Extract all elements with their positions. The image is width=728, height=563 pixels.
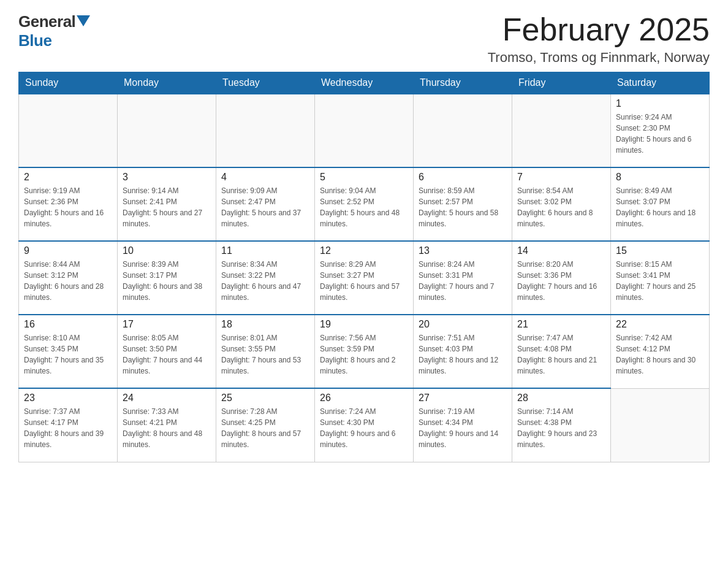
table-cell: 16Sunrise: 8:10 AMSunset: 3:45 PMDayligh… xyxy=(19,315,118,388)
logo-general-text: General xyxy=(18,12,75,31)
day-info: Sunrise: 8:59 AMSunset: 2:57 PMDaylight:… xyxy=(419,185,507,229)
table-cell: 8Sunrise: 8:49 AMSunset: 3:07 PMDaylight… xyxy=(611,167,710,241)
day-number: 24 xyxy=(123,393,211,404)
day-number: 15 xyxy=(616,245,704,256)
day-number: 11 xyxy=(221,245,309,256)
day-info: Sunrise: 7:51 AMSunset: 4:03 PMDaylight:… xyxy=(419,332,507,377)
day-number: 5 xyxy=(320,172,408,183)
week-row-2: 2Sunrise: 9:19 AMSunset: 2:36 PMDaylight… xyxy=(19,167,710,241)
day-number: 1 xyxy=(616,98,704,109)
page-header: General Blue February 2025 Tromso, Troms… xyxy=(18,12,710,66)
table-cell: 6Sunrise: 8:59 AMSunset: 2:57 PMDaylight… xyxy=(414,167,512,241)
table-cell: 23Sunrise: 7:37 AMSunset: 4:17 PMDayligh… xyxy=(19,388,118,462)
day-number: 9 xyxy=(24,245,112,256)
day-number: 16 xyxy=(24,319,112,330)
col-wednesday: Wednesday xyxy=(315,72,414,94)
day-info: Sunrise: 8:29 AMSunset: 3:27 PMDaylight:… xyxy=(320,259,408,303)
day-info: Sunrise: 8:10 AMSunset: 3:45 PMDaylight:… xyxy=(24,332,112,377)
day-info: Sunrise: 8:05 AMSunset: 3:50 PMDaylight:… xyxy=(123,332,211,377)
table-cell: 25Sunrise: 7:28 AMSunset: 4:25 PMDayligh… xyxy=(216,388,315,462)
table-cell xyxy=(118,94,216,167)
day-number: 10 xyxy=(123,245,211,256)
svg-marker-0 xyxy=(77,15,90,26)
table-cell: 15Sunrise: 8:15 AMSunset: 3:41 PMDayligh… xyxy=(611,241,710,315)
table-cell xyxy=(19,94,118,167)
day-info: Sunrise: 8:49 AMSunset: 3:07 PMDaylight:… xyxy=(616,185,704,229)
table-cell: 17Sunrise: 8:05 AMSunset: 3:50 PMDayligh… xyxy=(118,315,216,388)
table-cell: 27Sunrise: 7:19 AMSunset: 4:34 PMDayligh… xyxy=(414,388,512,462)
table-cell: 10Sunrise: 8:39 AMSunset: 3:17 PMDayligh… xyxy=(118,241,216,315)
day-info: Sunrise: 7:42 AMSunset: 4:12 PMDaylight:… xyxy=(616,332,704,377)
day-info: Sunrise: 7:33 AMSunset: 4:21 PMDaylight:… xyxy=(123,406,211,450)
day-info: Sunrise: 7:47 AMSunset: 4:08 PMDaylight:… xyxy=(517,332,605,377)
table-cell: 26Sunrise: 7:24 AMSunset: 4:30 PMDayligh… xyxy=(315,388,414,462)
day-info: Sunrise: 7:56 AMSunset: 3:59 PMDaylight:… xyxy=(320,332,408,377)
table-cell: 28Sunrise: 7:14 AMSunset: 4:38 PMDayligh… xyxy=(512,388,611,462)
col-friday: Friday xyxy=(512,72,611,94)
table-cell: 2Sunrise: 9:19 AMSunset: 2:36 PMDaylight… xyxy=(19,167,118,241)
table-cell: 21Sunrise: 7:47 AMSunset: 4:08 PMDayligh… xyxy=(512,315,611,388)
calendar-header-row: Sunday Monday Tuesday Wednesday Thursday… xyxy=(19,72,710,94)
day-info: Sunrise: 7:37 AMSunset: 4:17 PMDaylight:… xyxy=(24,406,112,450)
calendar-title: February 2025 xyxy=(488,12,710,47)
day-info: Sunrise: 8:39 AMSunset: 3:17 PMDaylight:… xyxy=(123,259,211,303)
col-thursday: Thursday xyxy=(414,72,512,94)
col-monday: Monday xyxy=(118,72,216,94)
day-number: 19 xyxy=(320,319,408,330)
day-info: Sunrise: 8:01 AMSunset: 3:55 PMDaylight:… xyxy=(221,332,309,377)
day-info: Sunrise: 9:19 AMSunset: 2:36 PMDaylight:… xyxy=(24,185,112,229)
week-row-3: 9Sunrise: 8:44 AMSunset: 3:12 PMDaylight… xyxy=(19,241,710,315)
day-number: 18 xyxy=(221,319,309,330)
day-number: 22 xyxy=(616,319,704,330)
day-info: Sunrise: 9:09 AMSunset: 2:47 PMDaylight:… xyxy=(221,185,309,229)
day-info: Sunrise: 9:04 AMSunset: 2:52 PMDaylight:… xyxy=(320,185,408,229)
day-number: 2 xyxy=(24,172,112,183)
day-number: 21 xyxy=(517,319,605,330)
col-tuesday: Tuesday xyxy=(216,72,315,94)
table-cell: 9Sunrise: 8:44 AMSunset: 3:12 PMDaylight… xyxy=(19,241,118,315)
logo-triangle-icon xyxy=(77,15,90,26)
day-info: Sunrise: 8:44 AMSunset: 3:12 PMDaylight:… xyxy=(24,259,112,303)
calendar-subtitle: Tromso, Troms og Finnmark, Norway xyxy=(488,50,710,66)
table-cell: 5Sunrise: 9:04 AMSunset: 2:52 PMDaylight… xyxy=(315,167,414,241)
day-number: 6 xyxy=(419,172,507,183)
table-cell: 7Sunrise: 8:54 AMSunset: 3:02 PMDaylight… xyxy=(512,167,611,241)
day-number: 3 xyxy=(123,172,211,183)
day-number: 26 xyxy=(320,393,408,404)
table-cell xyxy=(414,94,512,167)
table-cell: 18Sunrise: 8:01 AMSunset: 3:55 PMDayligh… xyxy=(216,315,315,388)
day-number: 4 xyxy=(221,172,309,183)
table-cell: 14Sunrise: 8:20 AMSunset: 3:36 PMDayligh… xyxy=(512,241,611,315)
calendar-table: Sunday Monday Tuesday Wednesday Thursday… xyxy=(18,72,710,462)
day-number: 13 xyxy=(419,245,507,256)
table-cell: 4Sunrise: 9:09 AMSunset: 2:47 PMDaylight… xyxy=(216,167,315,241)
table-cell xyxy=(315,94,414,167)
day-number: 20 xyxy=(419,319,507,330)
day-info: Sunrise: 7:24 AMSunset: 4:30 PMDaylight:… xyxy=(320,406,408,450)
day-number: 23 xyxy=(24,393,112,404)
table-cell xyxy=(512,94,611,167)
col-sunday: Sunday xyxy=(19,72,118,94)
day-number: 7 xyxy=(517,172,605,183)
table-cell xyxy=(611,388,710,462)
day-info: Sunrise: 8:24 AMSunset: 3:31 PMDaylight:… xyxy=(419,259,507,303)
week-row-4: 16Sunrise: 8:10 AMSunset: 3:45 PMDayligh… xyxy=(19,315,710,388)
table-cell: 12Sunrise: 8:29 AMSunset: 3:27 PMDayligh… xyxy=(315,241,414,315)
table-cell: 3Sunrise: 9:14 AMSunset: 2:41 PMDaylight… xyxy=(118,167,216,241)
day-info: Sunrise: 8:20 AMSunset: 3:36 PMDaylight:… xyxy=(517,259,605,303)
week-row-1: 1Sunrise: 9:24 AMSunset: 2:30 PMDaylight… xyxy=(19,94,710,167)
day-number: 14 xyxy=(517,245,605,256)
day-info: Sunrise: 8:54 AMSunset: 3:02 PMDaylight:… xyxy=(517,185,605,229)
table-cell: 11Sunrise: 8:34 AMSunset: 3:22 PMDayligh… xyxy=(216,241,315,315)
day-number: 8 xyxy=(616,172,704,183)
col-saturday: Saturday xyxy=(611,72,710,94)
day-info: Sunrise: 8:15 AMSunset: 3:41 PMDaylight:… xyxy=(616,259,704,303)
day-info: Sunrise: 7:28 AMSunset: 4:25 PMDaylight:… xyxy=(221,406,309,450)
day-number: 17 xyxy=(123,319,211,330)
title-block: February 2025 Tromso, Troms og Finnmark,… xyxy=(488,12,710,66)
table-cell: 13Sunrise: 8:24 AMSunset: 3:31 PMDayligh… xyxy=(414,241,512,315)
table-cell xyxy=(216,94,315,167)
table-cell: 19Sunrise: 7:56 AMSunset: 3:59 PMDayligh… xyxy=(315,315,414,388)
day-number: 12 xyxy=(320,245,408,256)
logo-blue-text: Blue xyxy=(18,31,51,50)
